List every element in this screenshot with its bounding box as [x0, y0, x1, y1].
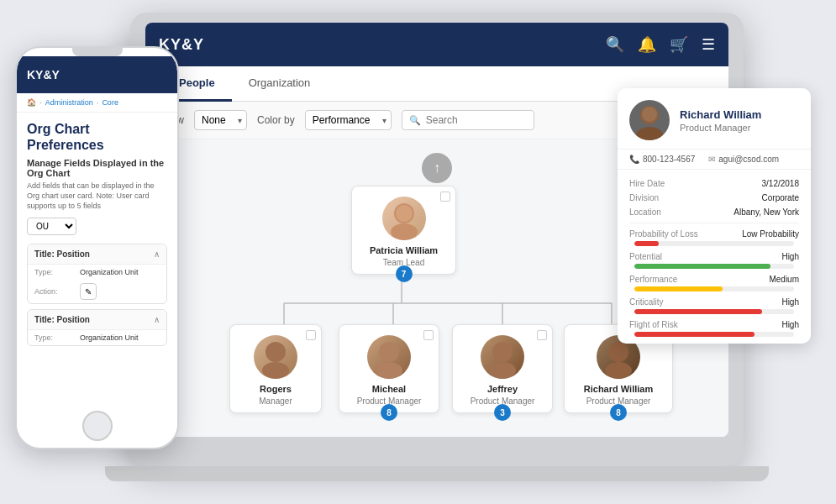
flight-bar [634, 332, 755, 337]
rogers-name: Rogers [260, 384, 292, 395]
color-by-select[interactable]: Performance [305, 110, 392, 130]
svg-point-15 [608, 342, 628, 362]
jeffrey-checkbox[interactable] [537, 330, 547, 340]
micheal-avatar [367, 335, 411, 379]
phone-subtitle: Manage Fields Displayed in the Org Chart [27, 158, 167, 178]
header-icons: 🔍 🔔 🛒 ☰ [606, 35, 715, 54]
probability-bar [634, 241, 659, 246]
criticality-label: Criticality [629, 297, 713, 307]
org-node-micheal[interactable]: Micheal Product Manager 8 [339, 324, 439, 413]
profile-header: Richard William Product Manager [618, 88, 811, 150]
org-node-rogers[interactable]: Rogers Manager [229, 324, 322, 413]
criticality-bar [634, 309, 762, 314]
micheal-badge: 8 [381, 404, 397, 421]
svg-point-9 [266, 342, 286, 362]
hire-date-label: Hire Date [629, 179, 665, 188]
division-value: Corporate [762, 193, 799, 202]
phone-description: Add fields that can be displayed in the … [27, 181, 167, 211]
breadcrumb-sep-2: › [97, 99, 99, 107]
phone-card-1-action-icon[interactable]: ✎ [80, 283, 97, 300]
phone-number: 800-123-4567 [643, 155, 695, 164]
jeffrey-name: Jeffrey [487, 384, 518, 395]
svg-point-16 [605, 362, 632, 379]
org-node-patricia[interactable]: Patricia William Team Lead 7 [351, 186, 456, 275]
contact-email: ✉ agui@csod.com [708, 155, 779, 164]
location-value: Albany, New York [733, 207, 799, 217]
criticality-bar-wrap [634, 309, 794, 314]
show-select[interactable]: None [194, 110, 247, 130]
performance-bar-wrap [634, 286, 794, 291]
phone-card-1-row-1: Type: Organization Unit [28, 265, 166, 280]
bell-icon[interactable]: 🔔 [638, 35, 656, 54]
phone-card-2-arrow[interactable]: ∧ [154, 315, 160, 324]
probability-bar-wrap [634, 241, 794, 246]
show-select-wrapper: None [194, 110, 247, 130]
cart-icon[interactable]: 🛒 [670, 35, 688, 54]
jeffrey-avatar [481, 335, 524, 379]
up-arrow-button[interactable]: ↑ [422, 153, 452, 183]
phone-breadcrumb: 🏠 › Administration › Core [17, 93, 177, 113]
hire-date-row: Hire Date 3/12/2018 [629, 176, 799, 191]
phone-card-1-arrow[interactable]: ∧ [154, 249, 160, 259]
search-icon-sm: 🔍 [409, 115, 421, 126]
metric-performance: Performance Medium [629, 272, 799, 286]
metric-potential: Potential High [629, 249, 799, 264]
phone-content: Org Chart Preferences Manage Fields Disp… [17, 113, 177, 360]
app-header: KY&Y 🔍 🔔 🛒 ☰ [145, 23, 728, 66]
mobile-phone: KY&Y 🏠 › Administration › Core Org Chart… [15, 46, 179, 449]
breadcrumb-home-icon[interactable]: 🏠 [27, 98, 36, 107]
patricia-avatar [382, 197, 426, 240]
phone-body: KY&Y 🏠 › Administration › Core Org Chart… [15, 46, 179, 449]
email-address: agui@csod.com [718, 155, 779, 164]
svg-point-12 [376, 362, 402, 379]
search-input[interactable] [426, 114, 527, 126]
criticality-bar-row [629, 309, 799, 314]
search-box: 🔍 [402, 110, 534, 130]
breadcrumb-core[interactable]: Core [102, 98, 118, 107]
tab-organization[interactable]: Organization [232, 66, 328, 102]
contact-phone: 📞 800-123-4567 [629, 155, 695, 164]
svg-point-8 [396, 205, 413, 222]
svg-point-7 [391, 223, 418, 240]
potential-bar-row [629, 264, 799, 269]
performance-label: Performance [629, 275, 713, 284]
potential-label: Potential [629, 252, 713, 261]
performance-bar [634, 286, 723, 291]
svg-point-11 [379, 342, 399, 362]
phone-notch [72, 48, 123, 56]
micheal-name: Micheal [372, 384, 406, 395]
flight-label: Flight of Risk [629, 320, 713, 329]
laptop-base [105, 466, 769, 481]
profile-panel: Richard William Product Manager 📞 800-12… [618, 88, 811, 344]
phone-page-title: Org Chart Preferences [27, 121, 167, 153]
metric-flight: Flight of Risk High [629, 318, 799, 332]
rogers-checkbox[interactable] [306, 330, 316, 340]
metric-criticality: Criticality High [629, 295, 799, 309]
breadcrumb-administration[interactable]: Administration [45, 98, 93, 107]
phone-home-button[interactable] [82, 411, 113, 441]
micheal-checkbox[interactable] [423, 330, 434, 340]
menu-icon[interactable]: ☰ [702, 35, 715, 54]
org-node-jeffrey[interactable]: Jeffrey Product Manager 3 [452, 324, 553, 413]
flight-value: High [781, 320, 799, 329]
phone-card-1-title: Title: Position [34, 249, 90, 259]
performance-bar-row [629, 286, 799, 291]
phone-app-header: KY&Y [17, 56, 177, 93]
phone-ou-select[interactable]: OU [27, 218, 76, 235]
jeffrey-badge: 3 [494, 404, 511, 421]
color-by-label: Color by [257, 114, 295, 126]
phone-card-2-header: Title: Position ∧ [28, 310, 166, 330]
phone-card-2-title: Title: Position [34, 315, 90, 324]
phone-card-2-type-label: Type: [34, 333, 76, 342]
search-icon[interactable]: 🔍 [606, 35, 624, 54]
patricia-checkbox[interactable] [440, 192, 450, 202]
probability-label: Probability of Loss [629, 229, 713, 239]
svg-point-18 [636, 127, 663, 140]
phone-icon: 📞 [629, 155, 639, 164]
potential-value: High [781, 252, 799, 261]
profile-job-title: Product Manager [680, 123, 761, 133]
email-icon: ✉ [708, 155, 715, 164]
phone-screen: KY&Y 🏠 › Administration › Core Org Chart… [17, 48, 177, 448]
profile-avatar [629, 100, 670, 140]
svg-point-13 [492, 342, 513, 362]
